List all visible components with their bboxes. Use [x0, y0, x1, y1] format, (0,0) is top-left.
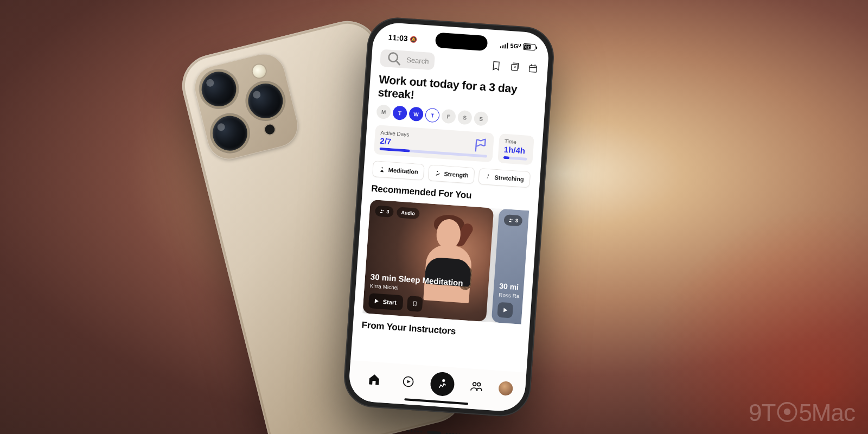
bookmark-icon[interactable]	[490, 60, 502, 72]
workout-card[interactable]: 3 30 mi Ross Ra	[492, 209, 529, 324]
search-placeholder: Search	[406, 55, 429, 65]
search-input[interactable]: Search	[380, 49, 435, 71]
svg-point-13	[509, 219, 511, 220]
svg-point-9	[488, 174, 489, 175]
day-chip[interactable]: T	[425, 108, 440, 123]
bookmark-button[interactable]	[407, 296, 423, 312]
svg-point-14	[511, 219, 512, 220]
audio-badge: Audio	[397, 207, 420, 220]
camera-lens	[245, 80, 287, 122]
people-badge: 3	[375, 206, 394, 218]
day-chip[interactable]: F	[441, 109, 456, 124]
search-icon	[385, 49, 404, 68]
tab-video[interactable]	[395, 369, 421, 394]
strength-icon	[434, 170, 442, 177]
camera-flash	[251, 63, 267, 79]
watermark: 9T⦿5Mac	[749, 399, 855, 426]
cards-row[interactable]: 3 Audio 30 min Sleep Meditation Kirra Mi…	[362, 200, 529, 324]
svg-point-12	[382, 210, 384, 211]
svg-point-11	[381, 210, 382, 212]
lidar-sensor	[264, 124, 276, 136]
calendar-icon[interactable]	[527, 62, 539, 74]
network-label: 5Gᵁ	[510, 42, 521, 50]
category-strength[interactable]: Strength	[428, 164, 475, 184]
battery-icon: 62	[523, 43, 538, 51]
svg-rect-3	[529, 66, 537, 73]
phone-screen: 11:03 🔕 5Gᵁ 62 Search Work out today for…	[348, 22, 550, 413]
camera-lens	[209, 112, 251, 155]
section-instructors: From Your Instructors	[361, 320, 521, 342]
camera-lens	[198, 68, 240, 110]
library-icon[interactable]	[508, 61, 521, 73]
svg-point-7	[381, 167, 382, 168]
day-chip[interactable]: S	[474, 111, 489, 126]
iphone-front: 11:03 🔕 5Gᵁ 62 Search Work out today for…	[342, 16, 556, 418]
svg-line-1	[397, 61, 400, 65]
status-time: 11:03 🔕	[388, 33, 418, 43]
stats-row: Active Days 2/7 Time 1h/4h	[374, 125, 534, 165]
workout-card[interactable]: 3 Audio 30 min Sleep Meditation Kirra Mi…	[362, 200, 494, 322]
day-chip[interactable]: S	[457, 110, 473, 125]
meditation-icon	[378, 166, 386, 174]
svg-point-16	[442, 380, 444, 382]
card-instructor: Ross Ra	[499, 292, 528, 300]
people-badge: 3	[503, 214, 522, 226]
category-meditation[interactable]: Meditation	[372, 161, 425, 181]
card-title: 30 mi	[499, 282, 529, 293]
play-button[interactable]	[497, 302, 513, 318]
svg-line-4	[529, 67, 537, 68]
flag-icon	[472, 137, 489, 155]
tab-home[interactable]	[361, 367, 387, 392]
tab-profile[interactable]	[498, 381, 513, 396]
camera-module	[190, 49, 302, 164]
time-card[interactable]: Time 1h/4h	[497, 133, 534, 165]
active-days-card[interactable]: Active Days 2/7	[374, 125, 494, 162]
day-chip[interactable]: M	[376, 105, 391, 120]
svg-point-8	[437, 171, 438, 172]
svg-point-18	[477, 382, 480, 386]
stretching-icon	[484, 173, 492, 181]
stat-value: 1h/4h	[503, 145, 528, 156]
progress-bar	[503, 156, 527, 161]
phone-port	[388, 426, 480, 434]
svg-point-17	[473, 382, 476, 386]
svg-point-0	[388, 53, 398, 62]
tab-community[interactable]	[463, 374, 489, 399]
day-chip[interactable]: W	[409, 107, 424, 122]
tab-workout[interactable]	[430, 371, 455, 397]
start-button[interactable]: Start	[368, 293, 404, 310]
signal-icon	[500, 42, 508, 48]
category-stretching[interactable]: Stretching	[478, 168, 531, 188]
day-chip[interactable]: T	[392, 106, 407, 121]
